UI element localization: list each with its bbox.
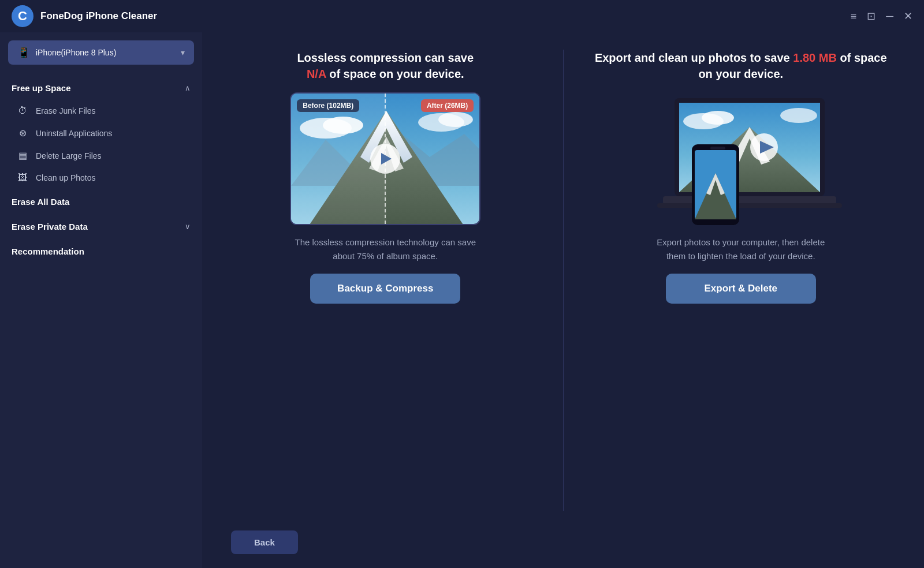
svg-rect-22 [663, 196, 836, 204]
sidebar-item-clean-photos[interactable]: 🖼 Clean up Photos [0, 167, 202, 189]
left-headline-part2: of space on your device. [329, 68, 464, 80]
svg-text:C: C [18, 9, 27, 23]
free-up-space-chevron-icon: ∧ [185, 84, 191, 92]
left-panel: Lossless compression can save N/A of spa… [231, 50, 540, 511]
chat-icon[interactable]: ⊡ [867, 11, 875, 21]
export-image-container [640, 92, 842, 225]
svg-rect-28 [710, 147, 725, 150]
main-content: Lossless compression can save N/A of spa… [202, 32, 924, 568]
sidebar-item-erase-junk[interactable]: ⏱ Erase Junk Files [0, 100, 202, 122]
export-svg [640, 92, 842, 225]
play-button-left[interactable] [370, 144, 400, 174]
device-selector[interactable]: 📱 iPhone(iPhone 8 Plus) ▾ [8, 40, 194, 65]
app-layout: 📱 iPhone(iPhone 8 Plus) ▾ Free up Space … [0, 32, 924, 568]
export-delete-button[interactable]: Export & Delete [666, 274, 816, 304]
free-up-space-label: Free up Space [12, 83, 71, 93]
svg-point-20 [702, 111, 734, 125]
panels-container: Lossless compression can save N/A of spa… [202, 32, 924, 522]
device-name: iPhone(iPhone 8 Plus) [36, 48, 116, 57]
sidebar-item-erase-all-data[interactable]: Erase All Data [0, 189, 202, 215]
sidebar-section-free-up-space[interactable]: Free up Space ∧ [0, 76, 202, 100]
svg-point-21 [780, 108, 817, 123]
uninstall-apps-label: Uninstall Applications [36, 129, 112, 138]
sidebar-item-recommendation[interactable]: Recommendation [0, 238, 202, 264]
left-headline-part1: Lossless compression can save [297, 51, 474, 64]
app-title: FoneDog iPhone Cleaner [40, 10, 157, 22]
window-controls: ≡ ⊡ ─ ✕ [851, 11, 912, 21]
minimize-icon[interactable]: ─ [886, 11, 893, 21]
device-chevron-icon: ▾ [181, 48, 185, 57]
clean-photos-label: Clean up Photos [36, 173, 96, 182]
clock-icon: ⏱ [16, 106, 29, 116]
erase-private-chevron-icon: ∨ [185, 222, 191, 231]
erase-junk-label: Erase Junk Files [36, 106, 95, 115]
backup-compress-button[interactable]: Backup & Compress [310, 274, 460, 304]
files-icon: ▤ [16, 150, 29, 161]
before-label: Before (102MB) [297, 99, 359, 112]
delete-large-files-label: Delete Large Files [36, 151, 102, 160]
right-panel: Export and clean up photos to save 1.80 … [587, 50, 896, 511]
left-highlight: N/A [307, 68, 326, 80]
left-headline: Lossless compression can save N/A of spa… [297, 50, 474, 82]
erase-private-label: Erase Private Data [12, 222, 88, 231]
back-button[interactable]: Back [231, 530, 298, 554]
device-icon: 📱 [17, 46, 30, 59]
play-triangle-icon [381, 153, 392, 165]
right-description: Export photos to your computer, then del… [649, 236, 833, 263]
compression-image: Before (102MB) After (26MB) [290, 92, 480, 225]
svg-point-12 [438, 112, 473, 127]
menu-icon[interactable]: ≡ [851, 11, 857, 21]
right-headline-part1: Export and clean up photos to save [595, 51, 790, 64]
left-description: The lossless compression technology can … [293, 236, 478, 263]
photos-icon: 🖼 [16, 173, 29, 183]
bottom-bar: Back [202, 522, 924, 568]
right-highlight: 1.80 MB [793, 51, 837, 64]
panel-divider [563, 50, 564, 511]
after-label: After (26MB) [421, 99, 474, 112]
sidebar-item-delete-large-files[interactable]: ▤ Delete Large Files [0, 144, 202, 167]
app-logo: C [12, 5, 33, 27]
svg-rect-23 [657, 203, 842, 208]
sidebar: 📱 iPhone(iPhone 8 Plus) ▾ Free up Space … [0, 32, 202, 568]
sidebar-section-erase-private[interactable]: Erase Private Data ∨ [0, 215, 202, 238]
sidebar-item-uninstall-apps[interactable]: ⊛ Uninstall Applications [0, 122, 202, 144]
apps-icon: ⊛ [16, 128, 29, 139]
right-headline: Export and clean up photos to save 1.80 … [587, 50, 896, 82]
titlebar: C FoneDog iPhone Cleaner ≡ ⊡ ─ ✕ [0, 0, 924, 32]
close-icon[interactable]: ✕ [904, 11, 912, 21]
